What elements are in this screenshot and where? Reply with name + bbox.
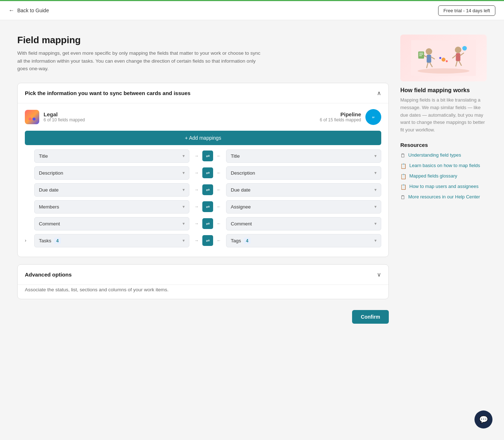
salesforce-logo: SF [365, 109, 381, 125]
sync-card-title: Pick the information you want to sync be… [25, 90, 190, 96]
sync-button[interactable]: ⇌ [202, 235, 213, 246]
svg-rect-13 [418, 51, 424, 59]
right-field-tags[interactable]: Tags 4 ▾ [226, 234, 381, 247]
arrow-right-icon[interactable]: → [192, 185, 201, 194]
right-field-description[interactable]: Description ▾ [226, 166, 381, 180]
left-app-fields: 6 of 10 fields mapped [44, 117, 85, 122]
left-badge: 4 [54, 238, 61, 244]
arrow-left-icon[interactable]: ← [215, 169, 223, 177]
left-field-title[interactable]: Title ▾ [34, 149, 189, 163]
right-app-fields: 6 of 15 fields mapped [320, 117, 361, 122]
right-field-duedate[interactable]: Due date ▾ [226, 183, 381, 197]
row-expander-icon[interactable]: › [25, 238, 31, 243]
collapse-icon[interactable]: ∧ [377, 90, 381, 96]
left-field-description[interactable]: Description ▾ [34, 166, 189, 180]
resources-title: Resources [400, 142, 487, 148]
page-description: With field mappings, get even more speci… [17, 49, 262, 73]
arrow-right-icon[interactable]: → [192, 169, 201, 177]
back-label: Back to Guide [17, 8, 49, 13]
right-field-assignee[interactable]: Assignee ▾ [226, 200, 381, 214]
svg-point-26 [446, 60, 447, 62]
resource-label-5: More resources in our Help Center [408, 194, 480, 199]
left-field-duedate[interactable]: Due date ▾ [34, 183, 189, 197]
svg-rect-8 [427, 55, 431, 63]
book-icon: 📋 [400, 174, 406, 179]
right-app-info: Pipeline 6 of 15 fields mapped SF [320, 109, 381, 125]
chevron-down-icon: ▾ [183, 221, 185, 226]
sync-button[interactable]: ⇌ [202, 167, 213, 178]
resource-link-2[interactable]: 📋 Learn basics on how to map fields [400, 163, 487, 169]
arrow-left-icon[interactable]: ← [215, 236, 223, 245]
chevron-down-icon: ▾ [183, 187, 185, 192]
arrow-left-icon[interactable]: ← [215, 185, 223, 194]
confirm-row: Confirm [17, 306, 389, 327]
sync-button[interactable]: ⇌ [202, 201, 213, 212]
advanced-options-card: Advanced options ∨ Associate the status,… [17, 264, 389, 299]
resource-link-3[interactable]: 📋 Mapped fields glossary [400, 173, 487, 179]
sync-button[interactable]: ⇌ [202, 151, 213, 161]
arrow-right-icon[interactable]: → [192, 236, 201, 245]
arrow-left-icon[interactable]: ← [215, 202, 223, 211]
illustration [400, 35, 487, 81]
resource-label-2: Learn basics on how to map fields [409, 163, 480, 168]
people-icon: 📋 [400, 184, 406, 190]
how-it-works-title: How field mapping works [400, 87, 487, 94]
resource-link-1[interactable]: 🗒 Understanding field types [400, 152, 487, 158]
svg-point-23 [462, 46, 467, 51]
arrow-left-icon[interactable]: ← [215, 219, 223, 228]
right-field-title[interactable]: Title ▾ [226, 149, 381, 163]
right-panel: How field mapping works Mapping fields i… [400, 35, 487, 327]
add-mappings-button[interactable]: + Add mappings [25, 131, 381, 145]
table-row: Comment ▾ → ⇌ ← Comment ▾ [25, 217, 381, 230]
sync-icon: ⇌ [206, 153, 210, 159]
resource-label-4: How to map users and assignees [409, 184, 478, 189]
sync-controls: → ⇌ ← [192, 218, 223, 229]
top-bar: ← Back to Guide Free trial - 14 days lef… [0, 0, 504, 20]
sync-icon: ⇌ [206, 170, 210, 176]
svg-point-25 [439, 57, 441, 59]
right-app-name: Pipeline [320, 111, 361, 117]
book-icon: 📋 [400, 163, 406, 169]
table-row: Due date ▾ → ⇌ ← Due date ▾ [25, 183, 381, 197]
doc-icon: 🗒 [400, 153, 405, 158]
resource-link-4[interactable]: 📋 How to map users and assignees [400, 184, 487, 190]
left-field-members[interactable]: Members ▾ [34, 200, 189, 214]
left-field-tasks[interactable]: Tasks 4 ▾ [34, 234, 189, 247]
sync-controls: → ⇌ ← [192, 201, 223, 212]
svg-rect-18 [456, 53, 460, 62]
arrow-right-icon[interactable]: → [192, 152, 201, 160]
resource-link-5[interactable]: 🗒 More resources in our Help Center [400, 194, 487, 200]
page-title: Field mapping [17, 35, 389, 46]
app-sync-header: Legal 6 of 10 fields mapped Pipeline 6 o… [18, 103, 388, 131]
table-row: Title ▾ → ⇌ ← Title ▾ [25, 149, 381, 163]
confirm-button[interactable]: Confirm [352, 310, 389, 324]
right-app-text: Pipeline 6 of 15 fields mapped [320, 111, 361, 122]
sync-icon: ⇌ [206, 204, 210, 210]
svg-text:SF: SF [372, 116, 375, 118]
arrow-right-icon[interactable]: → [192, 219, 201, 228]
sync-icon: ⇌ [206, 187, 210, 193]
chevron-down-icon: ▾ [183, 204, 185, 209]
back-arrow-icon: ← [9, 7, 14, 14]
arrow-right-icon[interactable]: → [192, 202, 201, 211]
sync-button[interactable]: ⇌ [202, 218, 213, 229]
sync-controls: → ⇌ ← [192, 184, 223, 195]
resource-label-3: Mapped fields glossary [409, 173, 457, 179]
chevron-down-icon: ▾ [374, 170, 377, 175]
sync-card-header: Pick the information you want to sync be… [18, 83, 388, 103]
chevron-down-icon: ▾ [183, 238, 185, 243]
svg-point-7 [426, 48, 432, 55]
left-app-details: Legal 6 of 10 fields mapped [44, 111, 85, 122]
left-field-comment[interactable]: Comment ▾ [34, 217, 189, 230]
right-field-comment[interactable]: Comment ▾ [226, 217, 381, 230]
trial-badge: Free trial - 14 days left [438, 5, 495, 16]
arrow-left-icon[interactable]: ← [215, 152, 223, 160]
resource-label-1: Understanding field types [408, 152, 461, 158]
expand-icon[interactable]: ∨ [377, 271, 381, 278]
table-row: Members ▾ → ⇌ ← Assignee ▾ [25, 200, 381, 214]
sync-card: Pick the information you want to sync be… [17, 83, 389, 257]
chat-button[interactable]: 💬 [474, 410, 492, 428]
sync-button[interactable]: ⇌ [202, 184, 213, 195]
back-to-guide-link[interactable]: ← Back to Guide [9, 7, 49, 14]
advanced-card-header[interactable]: Advanced options ∨ [18, 265, 388, 285]
